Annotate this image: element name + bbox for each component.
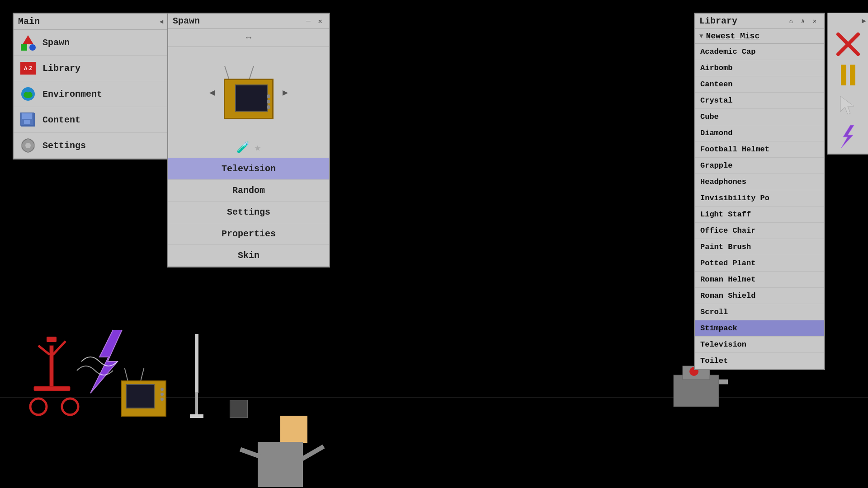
close-x-button[interactable] <box>835 31 862 58</box>
main-panel-titlebar: Main ◀ <box>14 14 170 30</box>
sidebar-item-settings[interactable]: Settings <box>14 133 170 159</box>
library-item-list[interactable]: Academic Cap Airbomb Canteen Crystal Cub… <box>695 44 824 369</box>
lib-item-office-chair[interactable]: Office Chair <box>695 223 824 239</box>
svg-rect-17 <box>21 44 27 51</box>
library-icon: A-Z <box>20 60 36 76</box>
environment-icon <box>20 86 36 102</box>
svg-marker-33 <box>840 96 854 114</box>
svg-point-3 <box>62 399 78 415</box>
lightning-icon <box>837 124 859 149</box>
pause-icon <box>841 65 855 85</box>
sidebar-item-settings-label: Settings <box>42 141 86 151</box>
spawn-icon <box>20 34 36 51</box>
spawn-preview: ◀ ▶ <box>168 47 329 137</box>
svg-marker-34 <box>841 125 854 148</box>
flask-icon: 🧪 <box>236 141 250 154</box>
library-category-header[interactable]: ▼ Newest Misc <box>695 29 824 44</box>
library-title-controls: ⌂ ∧ ✕ <box>786 16 820 26</box>
lib-item-football-helmet[interactable]: Football Helmet <box>695 141 824 158</box>
spawn-menu-skin[interactable]: Skin <box>168 245 329 267</box>
library-category-name: Newest Misc <box>706 32 760 41</box>
category-arrow-icon: ▼ <box>699 33 703 40</box>
lib-item-toilet[interactable]: Toilet <box>695 353 824 369</box>
cursor-icon <box>837 94 859 117</box>
svg-point-26 <box>25 143 31 148</box>
lib-item-paint-brush[interactable]: Paint Brush <box>695 239 824 255</box>
lib-item-potted-plant[interactable]: Potted Plant <box>695 255 824 272</box>
spawn-menu-properties[interactable]: Properties <box>168 223 329 245</box>
sidebar-item-library-label: Library <box>42 63 80 74</box>
main-panel: Main ◀ Spawn A-Z Library <box>13 13 171 160</box>
lib-item-airbomb[interactable]: Airbomb <box>695 60 824 76</box>
sidebar-item-content-label: Content <box>42 115 80 125</box>
spawn-close-btn[interactable]: ✕ <box>316 17 325 26</box>
cursor-button[interactable] <box>835 92 862 119</box>
spawn-next-btn[interactable]: ▶ <box>278 85 292 100</box>
spawn-minimize-btn[interactable]: — <box>304 17 313 26</box>
svg-rect-1 <box>34 386 70 391</box>
spawn-prev-btn[interactable]: ◀ <box>205 85 219 100</box>
lib-item-roman-helmet[interactable]: Roman Helmet <box>695 272 824 288</box>
content-icon <box>20 112 36 128</box>
right-panel: ▶ <box>827 13 868 155</box>
lib-item-headphones[interactable]: Headphones <box>695 174 824 190</box>
svg-rect-23 <box>22 113 32 119</box>
lib-item-stimpack[interactable]: Stimpack <box>695 320 824 337</box>
svg-line-5 <box>53 341 66 355</box>
lib-item-grapple[interactable]: Grapple <box>695 158 824 174</box>
lib-item-roman-shield[interactable]: Roman Shield <box>695 288 824 304</box>
svg-line-4 <box>38 346 50 355</box>
lib-item-invisibility[interactable]: Invisibility Po <box>695 190 824 206</box>
svg-rect-6 <box>47 337 57 342</box>
lib-item-cube[interactable]: Cube <box>695 109 824 125</box>
library-close-btn[interactable]: ✕ <box>810 16 820 26</box>
library-home-btn[interactable]: ⌂ <box>786 16 796 26</box>
sidebar-item-content[interactable]: Content <box>14 107 170 133</box>
star-icon: ★ <box>255 141 261 154</box>
spawn-panel: Spawn — ✕ ↔ ◀ <box>167 13 330 267</box>
spawn-nav-arrows: ↔ <box>246 33 251 43</box>
spawn-tv-icon <box>219 65 278 119</box>
right-panel-close-arrow[interactable]: ▶ <box>862 16 866 25</box>
sidebar-item-spawn[interactable]: Spawn <box>14 30 170 56</box>
main-panel-close[interactable]: ◀ <box>157 18 165 26</box>
lib-item-canteen[interactable]: Canteen <box>695 76 824 93</box>
library-minimize-btn[interactable]: ∧ <box>798 16 808 26</box>
pause-button[interactable] <box>835 61 862 89</box>
svg-point-18 <box>29 44 36 51</box>
lib-item-crystal[interactable]: Crystal <box>695 93 824 109</box>
spawn-panel-title: Spawn <box>173 16 200 26</box>
lib-item-light-staff[interactable]: Light Staff <box>695 206 824 223</box>
svg-rect-0 <box>50 346 53 391</box>
lib-item-scroll[interactable]: Scroll <box>695 304 824 320</box>
main-panel-title: Main <box>18 16 40 27</box>
spawn-menu-settings[interactable]: Settings <box>168 202 329 223</box>
spawn-nav: ↔ <box>168 29 329 47</box>
library-panel-titlebar: Library ⌂ ∧ ✕ <box>695 14 824 29</box>
sidebar-item-spawn-label: Spawn <box>42 38 70 48</box>
svg-rect-24 <box>24 120 30 124</box>
lib-item-diamond[interactable]: Diamond <box>695 125 824 141</box>
sidebar-item-library[interactable]: A-Z Library <box>14 56 170 81</box>
library-panel: Library ⌂ ∧ ✕ ▼ Newest Misc Academic Cap… <box>694 13 825 370</box>
settings-icon <box>20 137 36 154</box>
ground-tv <box>121 380 166 417</box>
spawn-panel-titlebar: Spawn — ✕ <box>168 14 329 29</box>
scene-box <box>230 400 248 418</box>
lib-item-television[interactable]: Television <box>695 337 824 353</box>
lightning-button[interactable] <box>835 123 862 150</box>
scene: Main ◀ Spawn A-Z Library <box>0 0 868 488</box>
svg-rect-29 <box>21 144 24 147</box>
library-panel-title: Library <box>699 16 737 26</box>
spawn-icons-row: 🧪 ★ <box>168 137 329 158</box>
svg-rect-28 <box>27 150 29 153</box>
svg-rect-27 <box>27 138 29 141</box>
svg-point-2 <box>30 399 47 415</box>
svg-rect-30 <box>32 144 35 147</box>
lib-item-academic-cap[interactable]: Academic Cap <box>695 44 824 60</box>
spawn-menu-television[interactable]: Television <box>168 158 329 180</box>
sidebar-item-environment-label: Environment <box>42 89 102 99</box>
scene-lamp <box>190 334 203 418</box>
sidebar-item-environment[interactable]: Environment <box>14 81 170 107</box>
spawn-menu-random[interactable]: Random <box>168 180 329 202</box>
